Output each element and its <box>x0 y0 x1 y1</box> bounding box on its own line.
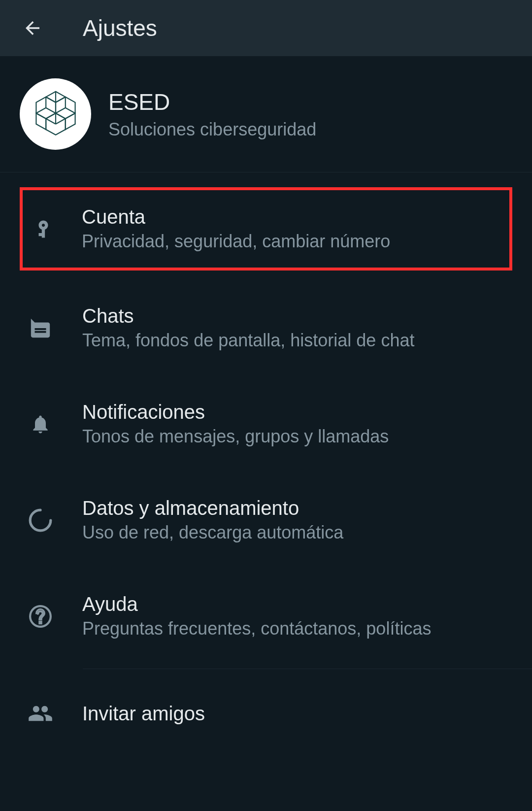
profile-status: Soluciones ciberseguridad <box>108 119 316 140</box>
profile-name: ESED <box>108 89 316 115</box>
svg-line-7 <box>46 97 56 102</box>
settings-item-chats[interactable]: Chats Tema, fondos de pantalla, historia… <box>0 289 532 367</box>
page-title: Ajustes <box>83 15 157 41</box>
settings-item-title: Ayuda <box>82 593 431 615</box>
settings-item-subtitle: Tema, fondos de pantalla, historial de c… <box>82 330 414 351</box>
settings-item-title: Chats <box>82 305 414 327</box>
settings-item-invite[interactable]: Invitar amigos <box>0 683 532 744</box>
profile-row[interactable]: ESED Soluciones ciberseguridad <box>0 56 532 172</box>
settings-item-account[interactable]: Cuenta Privacidad, seguridad, cambiar nú… <box>20 187 512 270</box>
help-icon <box>26 602 55 631</box>
settings-item-subtitle: Privacidad, seguridad, cambiar número <box>82 231 390 252</box>
people-icon <box>26 699 55 728</box>
settings-item-subtitle: Preguntas frecuentes, contáctanos, polít… <box>82 618 431 639</box>
svg-line-8 <box>56 97 66 102</box>
key-icon <box>29 214 58 244</box>
data-icon <box>26 506 55 535</box>
settings-item-help[interactable]: Ayuda Preguntas frecuentes, contáctanos,… <box>0 577 532 655</box>
invite-title: Invitar amigos <box>82 703 205 725</box>
divider <box>83 669 532 669</box>
settings-item-data[interactable]: Datos y almacenamiento Uso de red, desca… <box>0 481 532 559</box>
back-icon[interactable] <box>21 16 44 40</box>
svg-marker-4 <box>65 113 75 129</box>
bell-icon <box>26 409 55 439</box>
header-bar: Ajustes <box>0 0 532 56</box>
svg-line-10 <box>46 118 56 124</box>
svg-line-11 <box>56 118 66 124</box>
chat-icon <box>26 313 55 343</box>
svg-marker-5 <box>36 113 46 129</box>
settings-item-title: Datos y almacenamiento <box>82 497 343 519</box>
avatar <box>20 78 91 150</box>
settings-item-title: Notificaciones <box>82 401 389 423</box>
settings-list: Cuenta Privacidad, seguridad, cambiar nú… <box>0 172 532 744</box>
svg-line-13 <box>36 107 46 113</box>
settings-item-subtitle: Uso de red, descarga automática <box>82 522 343 543</box>
settings-item-subtitle: Tonos de mensajes, grupos y llamadas <box>82 426 389 447</box>
settings-item-title: Cuenta <box>82 206 390 228</box>
settings-item-notifications[interactable]: Notificaciones Tonos de mensajes, grupos… <box>0 385 532 463</box>
svg-line-12 <box>65 107 75 113</box>
